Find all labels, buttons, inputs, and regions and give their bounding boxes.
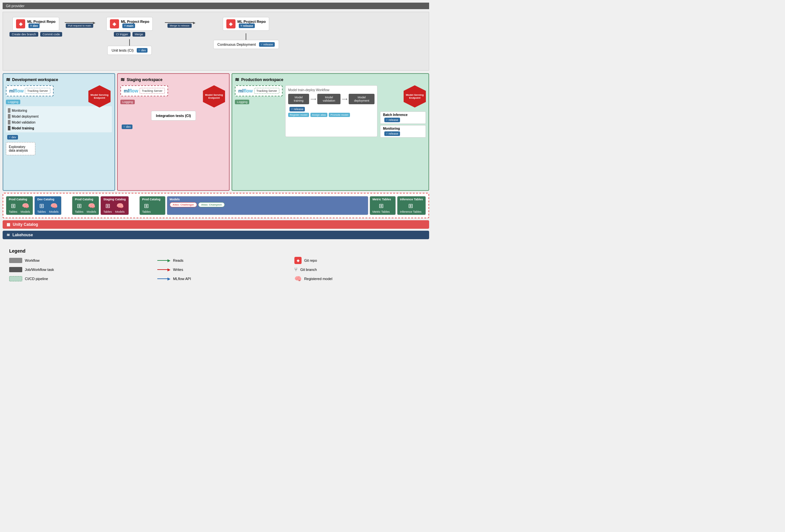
staging-workspace-icon: ≋: [120, 77, 125, 83]
legend-git-repo-icon: ◈: [295, 257, 302, 264]
staging-staging-models: 🧠 Models: [115, 202, 125, 213]
legend-cicd-shape: [9, 276, 22, 281]
staging-workspace-title: ≋ Staging workspace: [120, 77, 226, 83]
model-deployment-step: Model deployment: [349, 94, 375, 104]
staging-branch-badge: ⑂ dev: [122, 125, 132, 129]
prod-workflow-box: Model train-deploy Workflow Model traini…: [285, 85, 377, 137]
legend-grid: Workflow ▶ Reads ◈ Git repo Job/Workflow…: [9, 257, 423, 282]
dev-dev-models: 🧠 Models: [49, 202, 58, 213]
model-validation-step: Model validation: [317, 94, 340, 104]
legend-registered-model: 🧠 Registered model: [295, 275, 423, 282]
prod-tracking-server: Tracking Server: [254, 88, 279, 94]
prod-model-serving: Model Serving Endpoint: [404, 85, 426, 107]
git-provider-label: Git provider: [6, 4, 25, 8]
tables-icon-6: ⊞: [379, 202, 384, 210]
continuous-deployment-label: Continuous Deployment: [218, 43, 256, 46]
step-bar-3: [8, 120, 10, 125]
legend-git-repo-label: Git repo: [304, 259, 317, 262]
prod-inference-tables: Inference Tables ⊞ Inference Tables: [397, 196, 426, 215]
staging-staging-catalog-items: ⊞ Tables 🧠 Models: [103, 202, 126, 213]
prod-prod-catalog-items: ⊞ Tables: [142, 202, 162, 213]
unity-catalog-label: Unity Catalog: [13, 222, 38, 227]
prod-workspace: ≋ Production workspace mlflow Tracking S…: [232, 73, 429, 191]
dev-workflow-steps: Monitoring Model deployment Model valida…: [6, 106, 112, 132]
legend-writes: ▶ Writes: [157, 267, 281, 272]
catalog-spacer-1: [64, 196, 70, 215]
model-training-step: Model training: [288, 94, 309, 104]
staging-prod-models: 🧠 Models: [87, 202, 96, 213]
catalogs-section: Prod Catalog ⊞ Tables 🧠 Models Dev Catal…: [3, 193, 429, 218]
staging-prod-tables: ⊞ Tables: [75, 202, 83, 213]
lakehouse-label: Lakehouse: [12, 233, 33, 237]
prod-workflow-title: Model train-deploy Workflow: [288, 88, 375, 92]
assign-alias-badge: Assign alias: [310, 113, 328, 117]
dev-dev-catalog: Dev Catalog ⊞ Tables 🧠 Models: [34, 196, 61, 215]
repo3-branch: ⑂ release: [239, 24, 255, 28]
batch-branch: ⑂ release: [384, 118, 400, 122]
staging-logging: Logging: [120, 100, 135, 104]
prod-catalogs: Prod Catalog ⊞ Tables Models Alias: Chal…: [140, 196, 426, 215]
repo3-name: ML Project Repo: [237, 20, 266, 24]
monitoring-branch: ⑂ release: [384, 131, 400, 136]
monitoring-box: Monitoring ⑂ release: [380, 125, 426, 138]
models-icon-4: 🧠: [117, 202, 124, 210]
alias-champion-badge: Alias: Champion: [198, 202, 225, 207]
prod-release-badge: ⑂ release: [289, 107, 305, 111]
staging-workspace: ≋ Staging workspace mlflow Tracking Serv…: [117, 73, 230, 191]
register-model-badge: Register model: [288, 113, 309, 117]
legend-workflow: Workflow: [9, 257, 144, 264]
dev-catalogs: Prod Catalog ⊞ Tables 🧠 Models Dev Catal…: [6, 196, 61, 215]
pull-request-arrow: Pull request to main: [66, 24, 94, 28]
dev-workspace-title: ≋ Development workspace: [6, 77, 112, 83]
legend-title: Legend: [9, 248, 423, 254]
prod-workspace-icon: ≋: [235, 77, 239, 83]
legend-git-branch: ⑂ Git branch: [295, 267, 423, 272]
repo2-name: ML Project Repo: [121, 20, 150, 24]
models-icon-2: 🧠: [50, 202, 57, 210]
commit-code-label: Commit code: [40, 32, 62, 36]
staging-staging-tables: ⊞ Tables: [103, 202, 112, 213]
legend-git-branch-icon: ⑂: [295, 267, 298, 272]
repo1-git-icon: ◈: [16, 19, 25, 28]
prod-inference-catalog-items: ⊞ Inference Tables: [400, 202, 423, 213]
models-icon-3: 🧠: [88, 202, 95, 210]
prod-mlflow-logo: mlflow: [238, 88, 253, 94]
repo1-box: ◈ ML Project Repo ⑂ dev: [12, 17, 59, 31]
prod-prod-catalog: Prod Catalog ⊞ Tables: [140, 196, 166, 215]
repo1-name: ML Project Repo: [27, 20, 56, 24]
dev-prod-tables: ⊞ Tables: [9, 202, 17, 213]
staging-catalogs: Prod Catalog ⊞ Tables 🧠 Models Staging C…: [72, 196, 129, 215]
unity-catalog-icon: ▦: [6, 222, 10, 227]
merge-to-release-arrow: Merge to release: [168, 24, 192, 28]
tables-icon-5: ⊞: [144, 202, 149, 210]
tables-icon-3: ⊞: [77, 202, 82, 210]
prod-prod-tables: ⊞ Tables: [142, 202, 151, 213]
dev-dev-tables: ⊞ Tables: [37, 202, 46, 213]
workspaces-row: ≋ Development workspace mlflow Tracking …: [3, 73, 429, 191]
dev-dev-catalog-items: ⊞ Tables 🧠 Models: [37, 202, 58, 213]
top-flow-section: ◈ ML Project Repo ⑂ dev Create dev branc…: [3, 12, 429, 71]
dev-mlflow-box: mlflow Tracking Server: [6, 85, 54, 97]
step-monitoring: Monitoring: [8, 107, 110, 113]
dev-branch-badge: ⑂ dev: [7, 135, 18, 139]
legend-reads-label: Reads: [173, 259, 183, 262]
metric-table-icon: ⊞ Metric Tables: [373, 202, 390, 213]
continuous-deployment-box: Continuous Deployment ⑂ release: [213, 40, 279, 49]
promote-model-badge: Promote model: [329, 113, 350, 117]
repo3-box: ◈ ML Project Repo ⑂ release: [223, 17, 270, 31]
models-icon-1: 🧠: [22, 202, 29, 210]
merge-label: Merge: [132, 32, 146, 36]
step-bar-4: [8, 126, 10, 130]
create-dev-branch-label: Create dev branch: [9, 32, 38, 36]
dev-mlflow-logo: mlflow: [9, 88, 24, 94]
prod-workflow-steps: Model training ⟶ Model validation ⟶ Mode…: [288, 94, 375, 104]
legend-mlflow-api: ▶ MLflow API: [157, 275, 281, 282]
dev-model-serving: Model Serving Endpoint: [88, 85, 110, 107]
repo2-branch: ⑂ main: [122, 24, 135, 28]
arrow-right-2: ⟶: [342, 97, 347, 101]
step-bar-1: [8, 108, 10, 113]
legend-registered-model-icon: 🧠: [295, 275, 302, 282]
legend-writes-label: Writes: [173, 268, 183, 271]
eda-box: Exploratory data analysis: [6, 142, 35, 155]
ci-trigger-label: CI trigger: [114, 32, 130, 36]
